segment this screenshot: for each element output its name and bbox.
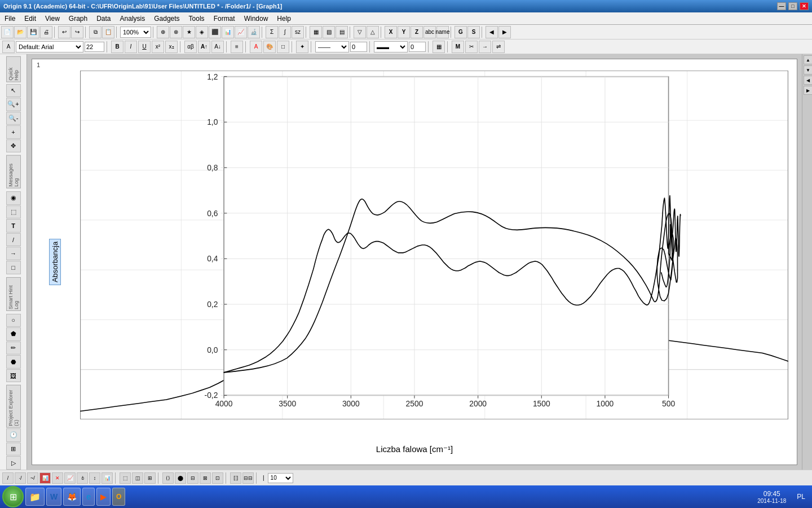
bt-btn14[interactable]: ⬤: [175, 472, 186, 484]
menu-analysis[interactable]: Analysis: [116, 12, 150, 24]
bt-btn10[interactable]: ⬚: [120, 472, 131, 484]
print-button[interactable]: 🖨: [40, 26, 52, 38]
fontsize-up[interactable]: A↑: [198, 41, 210, 53]
menu-help[interactable]: Help: [272, 12, 295, 24]
move-tool[interactable]: ✥: [6, 139, 21, 153]
alpha-button[interactable]: αβ: [184, 41, 197, 53]
start-button[interactable]: ⊞: [2, 486, 24, 507]
font-icon[interactable]: A: [2, 41, 15, 53]
tb-s-icon[interactable]: S: [467, 26, 480, 38]
undo-button[interactable]: ↩: [58, 26, 70, 38]
menu-graph[interactable]: Graph: [64, 12, 92, 24]
bt-btn6[interactable]: 📈: [64, 472, 76, 484]
draw-rect-tool[interactable]: □: [6, 261, 21, 274]
tb-icon8[interactable]: 🔬: [248, 26, 260, 38]
close-button[interactable]: ✕: [800, 2, 809, 10]
draw-arrow-tool[interactable]: →: [6, 247, 21, 260]
font-color[interactable]: A: [250, 41, 262, 53]
font-size-input[interactable]: [85, 42, 104, 52]
bt-btn5[interactable]: ✕: [52, 472, 63, 484]
tb-icon1[interactable]: ⊕: [157, 26, 169, 38]
tb-xyz-z[interactable]: Z: [411, 26, 423, 38]
tb-icon6[interactable]: 📊: [222, 26, 234, 38]
tb-filter2[interactable]: △: [367, 26, 379, 38]
tb-cut-icon[interactable]: ✂: [465, 41, 478, 53]
bt-btn19[interactable]: ⊟⊟: [242, 472, 254, 484]
menu-window[interactable]: Window: [240, 12, 273, 24]
zoom-out-tool[interactable]: 🔍-: [6, 112, 21, 125]
crosshair-tool[interactable]: +: [6, 125, 21, 139]
paste-button[interactable]: 📋: [102, 26, 114, 38]
zoom-in-tool[interactable]: 🔍+: [6, 98, 21, 111]
copy-button[interactable]: ⧉: [89, 26, 102, 38]
tb-xyz-x[interactable]: X: [385, 26, 397, 38]
taskbar-firefox[interactable]: 🦊: [63, 488, 81, 506]
smart-hint-label[interactable]: Smart Hint Log: [6, 277, 21, 311]
menu-view[interactable]: View: [41, 12, 64, 24]
bt-zoom-select[interactable]: 10: [268, 473, 293, 483]
fontsize-dn[interactable]: A↓: [211, 41, 224, 53]
bt-btn17[interactable]: ⊡: [212, 472, 223, 484]
tb-abc[interactable]: abc: [423, 26, 436, 38]
menu-data[interactable]: Data: [92, 12, 115, 24]
matrix-tool[interactable]: ⊞: [6, 443, 21, 456]
open-button[interactable]: 📂: [14, 26, 27, 38]
line-width-input[interactable]: [350, 42, 367, 52]
tb-icon13[interactable]: ▧: [323, 26, 335, 38]
tb-xyz-y[interactable]: Y: [398, 26, 410, 38]
subscript-button[interactable]: x₂: [165, 41, 178, 53]
bt-btn18[interactable]: ⟦⟧: [230, 472, 241, 484]
rs-btn3[interactable]: ◀: [804, 76, 812, 85]
tb-filter1[interactable]: ▽: [354, 26, 366, 38]
region-tool[interactable]: ⬣: [6, 355, 21, 369]
tb-m-icon[interactable]: M: [452, 41, 464, 53]
zoom-select[interactable]: 100%: [120, 27, 151, 38]
bt-btn8[interactable]: ↕: [89, 472, 100, 484]
tb-icon5[interactable]: ⬛: [209, 26, 221, 38]
italic-button[interactable]: I: [125, 41, 137, 53]
save-button[interactable]: 💾: [27, 26, 39, 38]
new-button[interactable]: 📄: [1, 26, 14, 38]
maximize-button[interactable]: □: [788, 2, 797, 10]
draw-circle-tool[interactable]: ○: [6, 314, 21, 327]
bt-btn16[interactable]: ⊠: [200, 472, 211, 484]
tb-nav-right[interactable]: ▶: [498, 26, 511, 38]
redo-button[interactable]: ↪: [71, 26, 83, 38]
freehand-tool[interactable]: ✏: [6, 341, 21, 355]
menu-format[interactable]: Format: [209, 12, 240, 24]
tb-icon14[interactable]: ▤: [336, 26, 348, 38]
polygon-tool[interactable]: ⬟: [6, 327, 21, 341]
tb-icon2[interactable]: ⊗: [170, 26, 182, 38]
messages-log-label[interactable]: Messages Log: [6, 155, 21, 189]
taskbar-origin[interactable]: O: [112, 488, 125, 506]
draw-line-tool[interactable]: /: [6, 233, 21, 247]
select-tool[interactable]: ⬚: [6, 205, 21, 219]
bt-btn15[interactable]: ⊟: [187, 472, 198, 484]
tb-g-icon[interactable]: G: [454, 26, 467, 38]
bt-btn3[interactable]: ~/: [27, 472, 38, 484]
bt-btn13[interactable]: ⟨⟩: [162, 472, 174, 484]
rs-btn4[interactable]: ▶: [804, 86, 812, 95]
tb-name[interactable]: name: [436, 26, 449, 38]
bt-btn1[interactable]: /: [2, 472, 14, 484]
tb-icon10[interactable]: ∫: [279, 26, 291, 38]
menu-edit[interactable]: Edit: [20, 12, 41, 24]
menu-file[interactable]: File: [0, 12, 20, 24]
image-tool[interactable]: 🖼: [6, 369, 21, 383]
text-tool[interactable]: T: [6, 219, 21, 233]
hatch-btn[interactable]: ▦: [433, 41, 445, 53]
bt-btn11[interactable]: ◫: [132, 472, 143, 484]
minimize-button[interactable]: —: [777, 2, 786, 10]
fill-value-input[interactable]: [409, 42, 426, 52]
tb-nav-left[interactable]: ◀: [486, 26, 498, 38]
tb-icon3[interactable]: ★: [183, 26, 195, 38]
taskbar-explorer[interactable]: 📁: [25, 488, 45, 506]
rs-btn2[interactable]: ▼: [804, 65, 812, 75]
bt-btn12[interactable]: ⊞: [144, 472, 156, 484]
menu-tools[interactable]: Tools: [184, 12, 209, 24]
align-left[interactable]: ≡: [231, 41, 243, 53]
clock-tool[interactable]: 🕐: [6, 428, 21, 442]
tb-icon12[interactable]: ▦: [310, 26, 322, 38]
tb-arr2[interactable]: ⇌: [492, 41, 505, 53]
tb-icon4[interactable]: ◈: [196, 26, 208, 38]
